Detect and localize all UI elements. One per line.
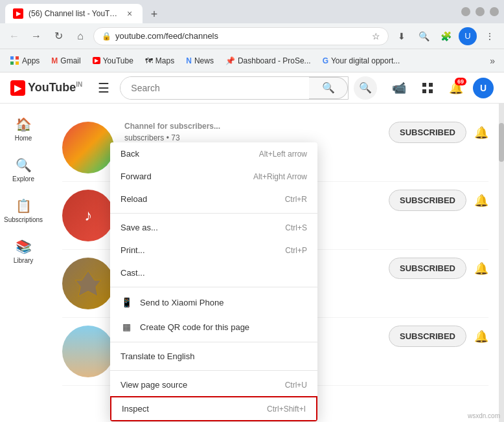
bookmark-maps-label: Maps (155, 56, 174, 65)
grid-icon (421, 82, 434, 94)
view-source-shortcut: Ctrl+U (285, 381, 307, 390)
apps-grid-icon (10, 56, 19, 65)
context-menu-inspect[interactable]: Inspect Ctrl+Shift+I (110, 396, 317, 421)
cast-label: Cast... (120, 268, 145, 278)
youtube-country-code: IN (76, 81, 82, 88)
context-menu-view-source[interactable]: View page source Ctrl+U (110, 373, 317, 396)
context-menu-save-as[interactable]: Save as... Ctrl+S (110, 216, 317, 239)
news-icon: N (186, 56, 192, 65)
context-menu: Back Alt+Left arrow Forward Alt+Right Ar… (110, 142, 317, 421)
youtube-logo-text: YouTubeIN (28, 81, 82, 94)
youtube-logo-icon: ▶ (10, 80, 25, 96)
lock-icon: 🔒 (102, 32, 111, 41)
notification-badge: 69 (455, 78, 466, 85)
address-input[interactable]: 🔒 youtube.com/feed/channels ☆ (93, 27, 389, 45)
view-source-label: View page source (120, 380, 187, 390)
qr-code-label: Create QR code for this page (140, 322, 249, 332)
minimize-button[interactable] (461, 7, 470, 16)
bookmark-dashboard[interactable]: 📌 Dashboard - ProSe... (220, 54, 316, 68)
send-xiaomi-label: Send to Xiaomi Phone (140, 298, 223, 307)
user-avatar[interactable]: U (473, 78, 494, 98)
tab-close-button[interactable]: × (124, 8, 135, 19)
bookmark-star-icon[interactable]: ☆ (372, 31, 380, 41)
search-button[interactable]: 🔍 (309, 77, 348, 99)
search-browser-button[interactable]: 🔍 (415, 27, 433, 45)
forward-button[interactable]: → (27, 27, 45, 45)
context-menu-send-xiaomi[interactable]: 📱 Send to Xiaomi Phone (110, 290, 317, 315)
save-as-shortcut: Ctrl+S (285, 223, 307, 232)
print-shortcut: Ctrl+P (285, 246, 307, 255)
search-container: 🔍 🔍 (120, 76, 377, 100)
context-menu-divider-3 (110, 342, 317, 342)
title-bar: ▶ (56) Channel list - YouTube × + (0, 0, 504, 23)
reload-button[interactable]: ↻ (49, 27, 67, 45)
svg-rect-6 (429, 89, 433, 93)
svg-point-2 (490, 7, 499, 16)
back-button[interactable]: ← (5, 27, 23, 45)
window-controls (461, 7, 499, 16)
print-label: Print... (120, 245, 145, 255)
bookmark-gmail[interactable]: M Gmail (46, 54, 86, 68)
forward-label: Forward (120, 172, 152, 181)
active-tab[interactable]: ▶ (56) Channel list - YouTube × (5, 4, 143, 23)
context-menu-divider-4 (110, 370, 317, 371)
context-menu-forward[interactable]: Forward Alt+Right Arrow (110, 165, 317, 188)
bookmark-news-label: News (194, 56, 214, 65)
create-button[interactable]: 📹 (387, 76, 411, 100)
context-menu-qr-code[interactable]: ▦ Create QR code for this page (110, 315, 317, 339)
address-text: youtube.com/feed/channels (115, 31, 368, 41)
youtube-body: 🏠 Home 🔍 Explore 📋 Subscriptions 📚 Libra… (0, 104, 504, 396)
context-menu-divider-2 (110, 287, 317, 287)
header-right: 📹 🔔 69 U (387, 76, 494, 100)
bookmark-apps-label: Apps (22, 56, 40, 65)
back-shortcut: Alt+Left arrow (259, 150, 307, 159)
forward-shortcut: Alt+Right Arrow (253, 172, 307, 181)
more-bookmarks-button[interactable]: » (486, 53, 499, 69)
svg-rect-3 (422, 83, 426, 87)
apps-grid-button[interactable] (416, 76, 439, 100)
context-menu-translate[interactable]: Translate to English (110, 345, 317, 368)
search-input[interactable] (120, 77, 309, 99)
reload-shortcut: Ctrl+R (285, 195, 307, 204)
maximize-button[interactable] (475, 7, 485, 16)
qr-code-left: ▦ Create QR code for this page (120, 321, 249, 333)
bookmark-youtube[interactable]: ▶ YouTube (87, 54, 139, 68)
download-button[interactable]: ⬇ (393, 27, 411, 45)
bookmark-news[interactable]: N News (181, 54, 219, 68)
close-button[interactable] (490, 7, 499, 16)
inspect-shortcut: Ctrl+Shift+I (267, 405, 306, 414)
tab-area: ▶ (56) Channel list - YouTube × + (5, 0, 163, 23)
bookmark-digital[interactable]: G Your digital opport... (317, 54, 406, 68)
bookmarks-bar: Apps M Gmail ▶ YouTube 🗺 Maps N News 📌 D… (0, 49, 504, 72)
browser-chrome: ▶ (56) Channel list - YouTube × + ← → ↻ … (0, 0, 504, 72)
mic-button[interactable]: 🔍 (354, 76, 377, 100)
bookmark-digital-label: Your digital opport... (331, 56, 400, 65)
inspect-label: Inspect (122, 404, 149, 414)
notifications-button[interactable]: 🔔 69 (444, 76, 468, 100)
reload-label: Reload (120, 194, 147, 204)
google-g-icon: G (323, 56, 328, 65)
youtube-logo[interactable]: ▶ YouTubeIN (10, 80, 82, 96)
bookmark-maps[interactable]: 🗺 Maps (140, 54, 179, 68)
home-button[interactable]: ⌂ (71, 27, 89, 45)
youtube-favicon-icon: ▶ (93, 57, 100, 64)
bookmark-youtube-label: YouTube (103, 56, 133, 65)
context-menu-print[interactable]: Print... Ctrl+P (110, 239, 317, 261)
address-bar: ← → ↻ ⌂ 🔒 youtube.com/feed/channels ☆ ⬇ … (0, 23, 504, 49)
maps-icon: 🗺 (145, 56, 153, 65)
qr-code-icon: ▦ (120, 321, 132, 333)
context-menu-cast[interactable]: Cast... (110, 261, 317, 284)
extensions-button[interactable]: 🧩 (437, 27, 455, 45)
context-menu-back[interactable]: Back Alt+Left arrow (110, 142, 317, 165)
context-menu-reload[interactable]: Reload Ctrl+R (110, 188, 317, 210)
toolbar-right: ⬇ 🔍 🧩 U ⋮ (393, 27, 499, 45)
dashboard-icon: 📌 (225, 56, 235, 65)
watermark: wsxdn.com (468, 412, 500, 419)
youtube-app: ▶ YouTubeIN ☰ 🔍 🔍 📹 🔔 69 U (0, 72, 504, 396)
profile-button[interactable]: U (459, 27, 477, 45)
new-tab-button[interactable]: + (145, 5, 163, 23)
hamburger-menu-button[interactable]: ☰ (98, 80, 109, 96)
chrome-menu-button[interactable]: ⋮ (481, 27, 499, 45)
search-box: 🔍 (120, 76, 349, 100)
bookmark-apps[interactable]: Apps (5, 54, 45, 68)
